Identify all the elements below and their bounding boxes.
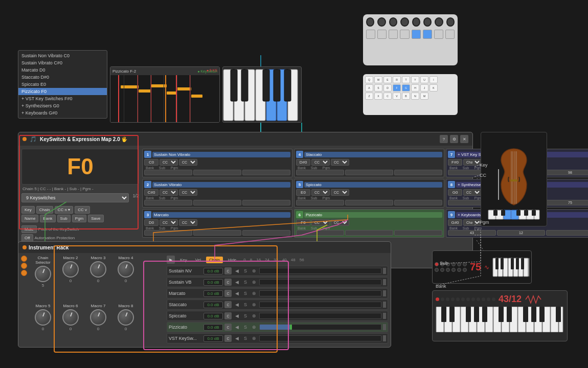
- chain-col-vel[interactable]: Vel: [192, 257, 204, 263]
- plugin-settings-button[interactable]: ⚙: [450, 135, 458, 143]
- ks-cc-val-select[interactable]: CC v: [179, 159, 197, 166]
- ks-note-input[interactable]: [448, 189, 462, 196]
- chain-row[interactable]: Spiccato C ◀ S ⊗: [167, 311, 388, 321]
- chain-mute-icon[interactable]: ⊗: [251, 324, 258, 331]
- ks-sub-field[interactable]: [345, 170, 393, 175]
- chain-vol-field[interactable]: [203, 279, 223, 286]
- ks-pgm-field[interactable]: [546, 200, 588, 205]
- ks-cc-type-select[interactable]: Chain: [463, 219, 482, 226]
- chain-solo-icon[interactable]: S: [242, 312, 249, 319]
- chain-row[interactable]: Marcato C ◀ S ⊗: [167, 288, 388, 298]
- chain-audio-icon[interactable]: ◀: [233, 335, 240, 342]
- ks-pgm-field[interactable]: [242, 200, 290, 205]
- macro-knob[interactable]: [62, 261, 79, 278]
- ks-bank-field[interactable]: [144, 230, 192, 236]
- chain-col-chain[interactable]: Chain: [206, 257, 223, 263]
- bank-col-btn[interactable]: Bank: [40, 215, 55, 222]
- track-item[interactable]: + Keyboards G#0: [18, 109, 107, 117]
- chain-vol-field[interactable]: [203, 290, 223, 297]
- chain-c-button[interactable]: C: [224, 324, 232, 331]
- ks-pgm-field[interactable]: [242, 230, 290, 236]
- kb-key[interactable]: U: [420, 76, 428, 83]
- kb-key[interactable]: J: [420, 84, 428, 91]
- ks-sub-field[interactable]: [345, 200, 393, 205]
- sub-col-btn[interactable]: Sub: [57, 215, 71, 222]
- chain-c-button[interactable]: C: [224, 335, 232, 342]
- ks-cc-type-select[interactable]: CC n: [160, 159, 178, 166]
- track-item-selected[interactable]: Pizzicato F0: [18, 88, 107, 95]
- rack-ctrl-btn-2[interactable]: [21, 263, 27, 269]
- chain-row[interactable]: Staccato C ◀ S ⊗: [167, 300, 388, 310]
- kb-key[interactable]: T: [402, 76, 410, 83]
- ks-bank-field[interactable]: [144, 170, 192, 175]
- midi-pad[interactable]: [445, 30, 455, 39]
- chain-vol-field[interactable]: [203, 324, 223, 331]
- kb-key[interactable]: W: [374, 76, 382, 83]
- kb-key[interactable]: E: [383, 76, 392, 83]
- ks-cc-type-select[interactable]: CC n: [463, 189, 482, 196]
- kb-key[interactable]: K: [429, 84, 438, 91]
- ks-name-field[interactable]: [152, 152, 290, 157]
- chain-audio-icon[interactable]: ◀: [233, 324, 240, 331]
- track-item[interactable]: + Synthezisers G0: [18, 102, 107, 109]
- track-item[interactable]: Spiccato E0: [18, 81, 107, 88]
- chain-nav-btn[interactable]: ▶: [167, 256, 175, 264]
- track-item[interactable]: + VST Key Switches F#0: [18, 95, 107, 102]
- chain-col-hide[interactable]: Hide: [225, 257, 239, 263]
- ks-bank-field[interactable]: [296, 170, 344, 175]
- kb-key[interactable]: R: [393, 76, 401, 83]
- ks-name-field[interactable]: [152, 182, 290, 188]
- kb-key[interactable]: V: [393, 93, 401, 100]
- ks-sub-field[interactable]: [345, 230, 393, 236]
- off-button[interactable]: Off: [21, 234, 33, 242]
- midi-knob[interactable]: [412, 17, 420, 27]
- midi-pad-active[interactable]: [423, 30, 432, 39]
- kb-key[interactable]: Z: [365, 93, 373, 100]
- chain-row[interactable]: Pizzicato C ◀ S ⊗: [167, 322, 388, 332]
- chain-mute-icon[interactable]: ⊗: [251, 290, 258, 297]
- kb-key[interactable]: Q: [365, 76, 373, 83]
- macro-knob[interactable]: [62, 309, 79, 326]
- chain-solo-icon[interactable]: S: [242, 324, 249, 331]
- track-item[interactable]: Staccato D#0: [18, 74, 107, 81]
- midi-pad[interactable]: [377, 30, 387, 39]
- macro-knob[interactable]: [35, 266, 51, 282]
- macro-knob[interactable]: [90, 261, 106, 278]
- midi-pad[interactable]: [389, 30, 398, 39]
- chain-row[interactable]: Sustain VB C ◀ S ⊗: [167, 277, 388, 287]
- piano-roll-body[interactable]: [110, 75, 219, 122]
- ks-cc-type-select[interactable]: CC n: [311, 189, 330, 196]
- midi-knob[interactable]: [400, 17, 409, 27]
- ks-name-field[interactable]: [304, 152, 442, 157]
- ks-note-input[interactable]: [296, 189, 310, 196]
- chain-vol-field[interactable]: [203, 313, 223, 319]
- kb-key[interactable]: D: [383, 84, 392, 91]
- chain-audio-icon[interactable]: ◀: [233, 290, 240, 297]
- ks-bank-field[interactable]: [296, 230, 344, 236]
- chain-audio-icon[interactable]: ◀: [233, 301, 240, 308]
- track-item[interactable]: Sustain Non Vibrato C0: [18, 52, 107, 59]
- track-item[interactable]: Sustain Vibrato C#0: [18, 59, 107, 66]
- chain-c-button[interactable]: C: [224, 312, 232, 319]
- plugin-help-button[interactable]: ?: [440, 135, 448, 143]
- kb-key-highlight[interactable]: G: [402, 84, 410, 91]
- ks-cc-val-select[interactable]: CC v: [179, 189, 197, 196]
- chain-mute-icon[interactable]: ⊗: [251, 301, 258, 308]
- chain-audio-icon[interactable]: ◀: [233, 279, 240, 286]
- chain-mute-icon[interactable]: ⊗: [251, 279, 258, 286]
- midi-knob[interactable]: [423, 17, 432, 27]
- pgm-col-btn[interactable]: Pgm: [72, 215, 86, 222]
- kb-key[interactable]: S: [374, 84, 382, 91]
- ks-bank-field[interactable]: [448, 230, 496, 236]
- ks-note-input[interactable]: [296, 219, 310, 226]
- chain-c-button[interactable]: C: [224, 290, 232, 297]
- chain-audio-icon[interactable]: ◀: [233, 267, 240, 274]
- kb-key[interactable]: N: [411, 93, 419, 100]
- ks-sub-field[interactable]: [193, 230, 241, 236]
- ks-sub-field[interactable]: [497, 230, 545, 236]
- chain-solo-icon[interactable]: S: [242, 267, 249, 274]
- chain-c-button[interactable]: C: [224, 301, 232, 308]
- ks-pgm-field[interactable]: [394, 170, 442, 175]
- ks-count-dropdown[interactable]: 9 Keyswitches: [21, 193, 129, 202]
- ks-note-input[interactable]: [448, 159, 462, 166]
